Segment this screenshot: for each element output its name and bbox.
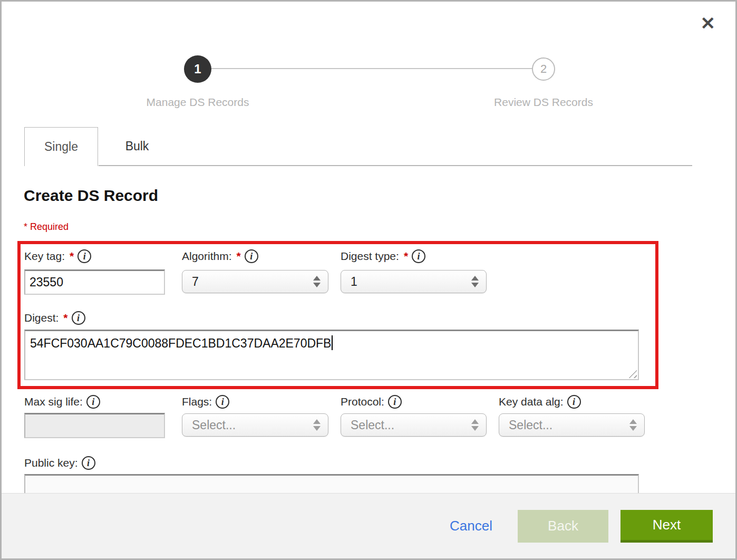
protocol-selected-value: Select... (351, 418, 467, 432)
info-icon[interactable]: i (72, 311, 85, 325)
required-note: * Required (24, 221, 69, 233)
info-icon[interactable]: i (86, 395, 100, 409)
tab-underline (99, 165, 692, 166)
required-star: * (237, 250, 241, 263)
select-arrows-icon (629, 419, 637, 431)
flags-selected-value: Select... (192, 418, 309, 432)
footer-bar: Cancel Back Next (2, 493, 735, 558)
key-data-alg-label-text: Key data alg: (499, 395, 564, 408)
next-button[interactable]: Next (620, 510, 713, 543)
select-arrows-icon (313, 419, 321, 431)
cancel-button[interactable]: Cancel (450, 518, 492, 534)
create-ds-record-modal: ✕ 1 2 Manage DS Records Review DS Record… (0, 0, 737, 560)
tab-bulk[interactable]: Bulk (99, 127, 176, 165)
public-key-label: Public key: i (24, 455, 95, 471)
digest-type-select[interactable]: 1 (341, 270, 487, 293)
digest-type-label-text: Digest type: (341, 250, 399, 263)
flags-label-text: Flags: (182, 395, 212, 408)
key-data-alg-selected-value: Select... (509, 418, 625, 432)
public-key-label-text: Public key: (24, 457, 78, 469)
info-icon[interactable]: i (412, 249, 425, 263)
digest-type-selected-value: 1 (351, 275, 467, 289)
step-1-circle: 1 (184, 55, 211, 83)
algorithm-label-text: Algorithm: (182, 250, 232, 263)
flags-select[interactable]: Select... (182, 413, 328, 437)
key-data-alg-select[interactable]: Select... (499, 413, 645, 437)
required-star: * (404, 250, 408, 263)
algorithm-label: Algorithm: * i (182, 248, 258, 264)
required-star: * (70, 250, 74, 263)
max-sig-life-label-text: Max sig life: (24, 395, 83, 408)
step-2-label: Review DS Records (459, 96, 628, 109)
info-icon[interactable]: i (567, 395, 581, 409)
select-arrows-icon (313, 276, 321, 287)
key-data-alg-label: Key data alg: i (499, 394, 581, 410)
protocol-select[interactable]: Select... (341, 413, 487, 437)
select-arrows-icon (471, 419, 479, 431)
digest-value: 54FCF030AA1C79C0088FDEC1BD1C37DAA2E70DFB (30, 336, 331, 350)
info-icon[interactable]: i (216, 395, 229, 409)
digest-label-text: Digest: (24, 312, 59, 324)
algorithm-selected-value: 7 (192, 275, 309, 289)
select-arrows-icon (471, 276, 479, 287)
info-icon[interactable]: i (245, 249, 258, 263)
max-sig-life-input[interactable] (24, 413, 165, 438)
max-sig-life-label: Max sig life: i (24, 394, 100, 410)
step-1-label: Manage DS Records (113, 96, 282, 109)
required-star: * (63, 312, 67, 324)
tab-single[interactable]: Single (24, 127, 98, 166)
close-icon[interactable]: ✕ (701, 14, 716, 32)
back-button[interactable]: Back (518, 510, 608, 543)
algorithm-select[interactable]: 7 (182, 270, 328, 293)
key-tag-label-text: Key tag: (24, 250, 65, 263)
info-icon[interactable]: i (77, 249, 91, 263)
key-tag-input[interactable] (24, 269, 165, 295)
digest-textarea[interactable]: 54FCF030AA1C79C0088FDEC1BD1C37DAA2E70DFB (24, 330, 639, 380)
step-2-circle: 2 (532, 57, 555, 81)
flags-label: Flags: i (182, 394, 229, 410)
digest-type-label: Digest type: * i (341, 248, 425, 264)
protocol-label: Protocol: i (341, 394, 402, 410)
text-caret (332, 335, 333, 350)
info-icon[interactable]: i (388, 395, 402, 409)
key-tag-label: Key tag: * i (24, 248, 91, 264)
resize-handle[interactable] (626, 368, 637, 378)
digest-label: Digest: * i (24, 310, 85, 326)
info-icon[interactable]: i (82, 456, 95, 470)
stepper-connector-line (198, 68, 544, 69)
protocol-label-text: Protocol: (341, 395, 384, 408)
page-title: Create DS Record (24, 187, 158, 205)
